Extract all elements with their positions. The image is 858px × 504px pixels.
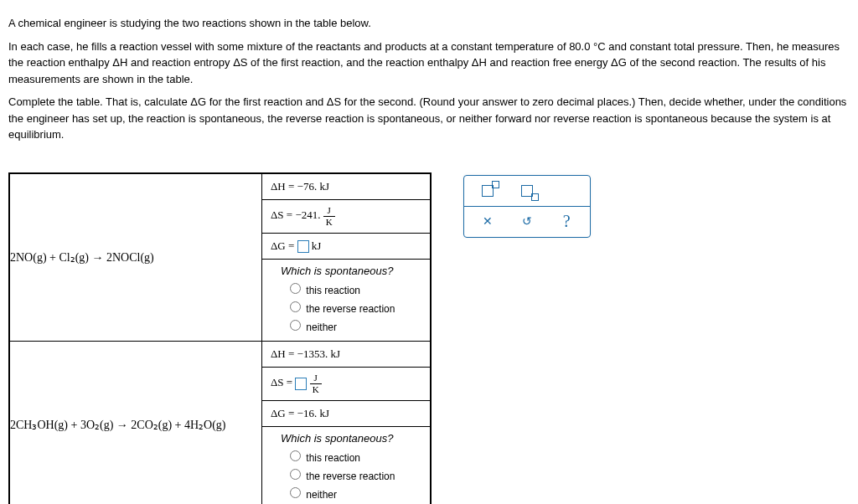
r1-dG: ΔG = kJ (262, 234, 430, 260)
superscript-button[interactable] (477, 181, 499, 201)
r2-dS-input[interactable] (295, 378, 307, 390)
r2-dG: ΔG = −16. kJ (262, 401, 430, 426)
r1-spont-title: Which is spontaneous? (271, 265, 421, 277)
r1-dG-input[interactable] (297, 240, 309, 253)
subscript-button[interactable] (516, 181, 538, 201)
reactions-table: 2NO(g) + Cl₂(g) → 2NOCl(g) ΔH = −76. kJ … (8, 172, 432, 505)
problem-p1: A chemical engineer is studying the two … (8, 15, 850, 32)
r2-dH: ΔH = −1353. kJ (262, 342, 430, 368)
r2-opt-neither[interactable] (290, 487, 301, 498)
reset-button[interactable]: ↺ (516, 212, 538, 232)
r2-opt-this[interactable] (290, 450, 301, 461)
r1-opt-this[interactable] (290, 283, 301, 294)
clear-button[interactable]: ✕ (477, 212, 499, 232)
r2-dS: ΔS = JK (262, 368, 430, 401)
r1-dS: ΔS = −241. JK (262, 200, 430, 234)
r2-spont-title: Which is spontaneous? (271, 432, 421, 445)
reaction-2-equation: 2CH₃OH(g) + 3O₂(g) → 2CO₂(g) + 4H₂O(g) (9, 342, 262, 504)
problem-p3: Complete the table. That is, calculate Δ… (8, 94, 850, 143)
r1-opt-reverse[interactable] (290, 301, 301, 312)
r1-opt-neither[interactable] (290, 320, 301, 331)
reaction-1-equation: 2NO(g) + Cl₂(g) → 2NOCl(g) (9, 173, 262, 342)
help-button[interactable]: ? (556, 212, 577, 232)
toolbox-panel: ✕ ↺ ? (463, 175, 591, 238)
r1-dH: ΔH = −76. kJ (262, 174, 430, 200)
r2-opt-reverse[interactable] (290, 469, 301, 480)
problem-p2: In each case, he fills a reaction vessel… (8, 39, 850, 88)
problem-statement: A chemical engineer is studying the two … (8, 15, 850, 143)
